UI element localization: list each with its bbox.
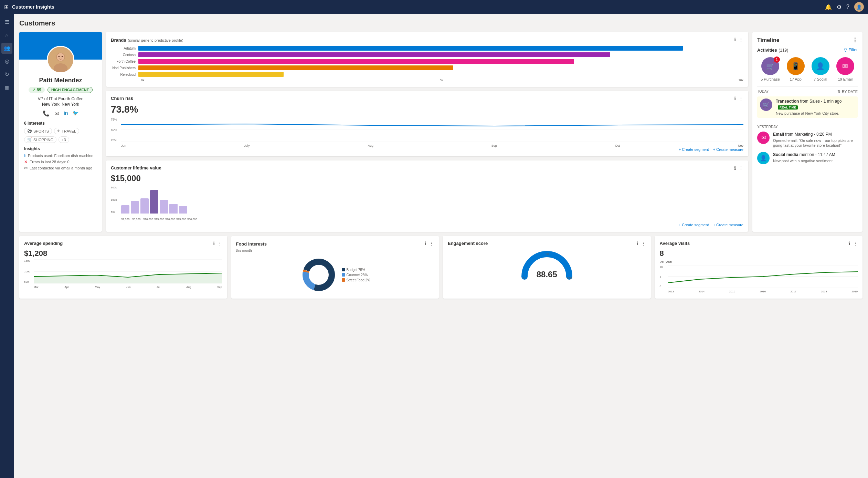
info-icon[interactable]: ℹ <box>734 37 736 42</box>
svg-marker-12 <box>34 273 222 283</box>
sidebar: ☰ ⌂ 👥 ◎ ↻ ▦ <box>0 14 14 478</box>
brands-icons: ℹ ⋮ <box>734 37 743 42</box>
engagement-card: Engagement score ℹ ⋮ 0 <box>443 236 651 299</box>
avg-visits-title: Average visits <box>660 241 690 246</box>
phone-icon[interactable]: 📞 <box>43 110 50 117</box>
avg-spending-chart: 1500 1000 500 Mar Apr May <box>24 259 222 287</box>
sidebar-segments[interactable]: ◎ <box>1 56 12 67</box>
transaction-desc: New purchase at New York City store. <box>776 111 855 116</box>
avg-visits-chart: 10 5 0 2013 2014 2015 2016 <box>660 266 858 293</box>
churn-icons: ℹ ⋮ <box>734 96 743 101</box>
social-timeline-icon: 👤 <box>757 152 770 164</box>
clv-value: $15,000 <box>111 174 743 183</box>
clv-chart-wrap: 300k 150k 50k <box>111 186 743 217</box>
info-icon[interactable]: ℹ <box>213 241 215 246</box>
churn-chart-wrap: 75% 50% 25% Jun July <box>111 118 743 145</box>
avg-spending-title: Average spending <box>24 241 63 246</box>
email-desc: Opened email: "On sale now—our top picks… <box>773 138 858 148</box>
insight-email: ✉ Last contacted via email a month ago <box>24 166 97 170</box>
email-icon[interactable]: ✉ <box>54 110 59 117</box>
brand-row-contoso: Contoso <box>111 52 743 57</box>
visits-x-labels: 2013 2014 2015 2016 2017 2018 2019 <box>668 290 858 293</box>
insight-products: ℹ Products used: Fabrikam dish machine <box>24 153 97 158</box>
interest-more[interactable]: +3 <box>59 136 69 143</box>
svg-point-17 <box>310 266 328 284</box>
settings-icon[interactable]: ⚙ <box>837 4 841 10</box>
avg-visits-value: 8 <box>660 249 664 258</box>
activity-email[interactable]: ✉ 19 Email <box>836 57 854 81</box>
food-interests-card: Food interests this month ℹ ⋮ <box>231 236 439 299</box>
churn-header: Churn risk ℹ ⋮ <box>111 96 743 101</box>
avg-spending-header: Average spending ℹ ⋮ <box>24 241 222 246</box>
more-icon[interactable]: ⋮ <box>429 241 434 246</box>
profile-social: 📞 ✉ in 🐦 <box>24 110 97 117</box>
sidebar-home[interactable]: ⌂ <box>1 30 12 41</box>
bell-icon[interactable]: 🔔 <box>825 4 832 10</box>
timeline-more-icon[interactable]: ⋮ <box>852 37 858 43</box>
info-icon: ℹ <box>24 153 26 158</box>
more-icon[interactable]: ⋮ <box>739 96 743 101</box>
visits-line-chart <box>668 266 858 288</box>
by-date-btn[interactable]: ⇅ By date <box>837 89 858 94</box>
clv-bars <box>111 186 743 214</box>
timeline-panel: Timeline ⋮ Activities (119) ▽ Filter <box>752 32 862 232</box>
grid-icon[interactable]: ⊞ <box>4 4 9 10</box>
yesterday-label: YESTERDAY <box>757 125 858 129</box>
interests-tags: ⚽SPORTS ✈TRAVEL 🛒SHOPPING +3 <box>24 128 97 143</box>
top-navigation: ⊞ Customer Insights 🔔 ⚙ ? 👤 <box>0 0 868 14</box>
clv-create-measure-btn[interactable]: + Create measure <box>713 223 743 227</box>
clv-icons: ℹ ⋮ <box>734 165 743 171</box>
more-icon[interactable]: ⋮ <box>218 241 222 246</box>
engagement-header: Engagement score ℹ ⋮ <box>448 241 646 246</box>
activity-social[interactable]: 👤 7 Social <box>812 57 829 81</box>
avatar <box>47 46 74 73</box>
activity-purchase[interactable]: 🛒 1 5 Purchase <box>761 57 780 81</box>
churn-actions: + Create segment + Create measure <box>111 147 743 152</box>
churn-card: Churn risk ℹ ⋮ 73.8% 75% 50% 25% <box>106 91 748 156</box>
brand-row-forthcoffee: Forth Coffee <box>111 59 743 64</box>
avatar-icon[interactable]: 👤 <box>854 2 864 12</box>
twitter-icon[interactable]: 🐦 <box>73 110 78 117</box>
profile-name: Patti Melendez <box>24 77 97 84</box>
social-title: Social media mention - 11:47 AM <box>773 152 858 158</box>
sidebar-measures[interactable]: ↻ <box>1 69 12 80</box>
clv-bar-7 <box>179 206 187 214</box>
create-segment-btn[interactable]: + Create segment <box>679 147 709 152</box>
info-icon[interactable]: ℹ <box>734 96 736 101</box>
svg-text:100: 100 <box>567 277 572 280</box>
sidebar-hamburger[interactable]: ☰ <box>1 17 12 28</box>
brands-subtitle: (similar generic predictive profile) <box>128 38 183 42</box>
interest-travel[interactable]: ✈TRAVEL <box>54 128 79 134</box>
activities-count: (119) <box>779 48 788 53</box>
linkedin-icon[interactable]: in <box>64 110 68 117</box>
clv-header: Customer lifetime value ℹ ⋮ <box>111 165 743 171</box>
spending-x-labels: Mar Apr May Jun Jul Aug Sep <box>34 285 222 289</box>
help-icon[interactable]: ? <box>846 4 849 10</box>
app-body: ☰ ⌂ 👥 ◎ ↻ ▦ Customers <box>0 14 868 478</box>
create-measure-btn[interactable]: + Create measure <box>713 147 743 152</box>
brand-row-relecloud: Relecloud <box>111 72 743 77</box>
food-title: Food interests <box>236 241 267 247</box>
profile-body: Patti Melendez ↗ 89 HIGH ENGAGEMENT VP o… <box>19 60 102 177</box>
info-icon[interactable]: ℹ <box>425 241 426 246</box>
interest-shopping[interactable]: 🛒SHOPPING <box>24 136 56 143</box>
brands-chart: Adatum Contoso <box>111 46 743 82</box>
info-icon[interactable]: ℹ <box>734 165 736 171</box>
info-icon[interactable]: ℹ <box>848 241 850 246</box>
page-title: Customers <box>19 19 862 27</box>
interest-sports[interactable]: ⚽SPORTS <box>24 128 52 134</box>
activity-app[interactable]: 📱 17 App <box>787 57 805 81</box>
info-icon[interactable]: ℹ <box>637 241 638 246</box>
more-icon[interactable]: ⋮ <box>739 165 743 171</box>
filter-icon: ▽ <box>844 48 847 52</box>
more-icon[interactable]: ⋮ <box>641 241 646 246</box>
more-icon[interactable]: ⋮ <box>853 241 858 246</box>
more-icon[interactable]: ⋮ <box>739 37 743 42</box>
sidebar-people[interactable]: 👥 <box>1 43 12 54</box>
filter-btn[interactable]: ▽ Filter <box>844 48 858 52</box>
sidebar-activities[interactable]: ▦ <box>1 82 12 93</box>
clv-create-segment-btn[interactable]: + Create segment <box>679 223 709 227</box>
profile-role: VP of IT at Fourth Coffee <box>24 96 97 101</box>
profile-banner <box>19 32 102 60</box>
svg-point-5 <box>62 56 63 57</box>
